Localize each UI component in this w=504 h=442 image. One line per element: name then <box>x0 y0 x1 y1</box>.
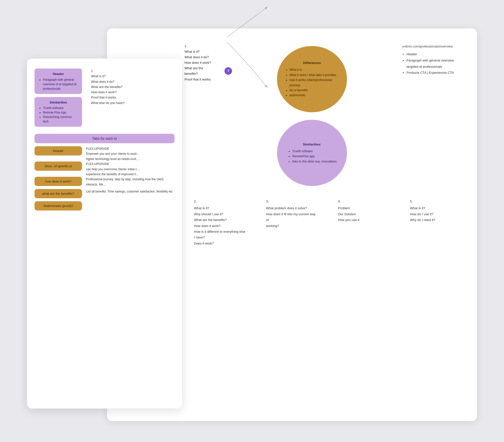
back-right-url: unitron.com/professionals/overview <box>402 44 462 49</box>
middle-line2: What does it do? <box>184 55 209 59</box>
back-center-circles: Differences What it is What it does / wh… <box>232 41 392 186</box>
middle-text: 1. What is it? What does it do? How does… <box>184 44 232 82</box>
bottom-col-3: 3. What problem does it solve? How does … <box>266 198 318 246</box>
bottom-4-text: Problem Our Solution How you use it <box>338 205 390 223</box>
front-pb2-li1: Truefit software <box>43 106 78 110</box>
middle-line3: How does it work? <box>184 61 211 64</box>
gold-content-benefits: List all benefits: Time savings, custome… <box>82 189 174 194</box>
front-purple-box-2: Similarities Truefit software Remote Plu… <box>34 97 82 127</box>
bottom-2-num: 2. <box>194 198 246 204</box>
front-pb1-li1: Paragraph with general overview of ei ta… <box>43 78 78 91</box>
gold-content-desc: FLEX:UPGRADE can help you overcome clien… <box>82 162 174 177</box>
gold-row-5: Testimonials (proof)? <box>34 201 174 214</box>
back-right-item2: Paragraph with general overview targeted… <box>406 58 462 70</box>
circle-gold-item3: how it works (client/professional journe… <box>290 78 340 88</box>
bottom-5-num: 5. <box>410 198 462 204</box>
gold-box-testimonials[interactable]: Testimonials (proof)? <box>34 201 82 210</box>
gold-content-how: Professional journey, step by step, incl… <box>82 177 174 187</box>
back-right-col: unitron.com/professionals/overview Heade… <box>392 41 462 186</box>
back-right-item3: Products CTA | Experiences CTA <box>406 70 462 76</box>
circle-gold: Differences What it is What it does / wh… <box>277 46 347 112</box>
front-purple-box-2-title: Similarities <box>38 100 78 105</box>
front-purple-boxes: Header Paragraph with general overview o… <box>34 68 82 130</box>
back-right-list: Header Paragraph with general overview t… <box>402 51 462 76</box>
front-right-l2: What does it do? <box>91 80 114 84</box>
bottom-col-2: 2. What is it? Why should I use it? What… <box>194 198 246 246</box>
gold-row-3: how does it work? Professional journey, … <box>34 177 174 189</box>
front-right-l3: What are the benefits? <box>91 85 122 89</box>
bottom-col-5: 5. What is it? How do I use it? Why do I… <box>410 198 462 246</box>
front-top-section: Header Paragraph with general overview o… <box>34 68 174 130</box>
front-pb2-li2: Remote Plus App <box>43 110 78 115</box>
page-wrapper: 1. What is it? What does it do? How does… <box>27 21 477 421</box>
circle-purple: Similarities: Truefit software RemotePlu… <box>277 120 347 186</box>
circle-gold-item2: What it does / what data it provides <box>290 72 340 78</box>
front-right-l5: Proof that it works. <box>91 96 117 99</box>
front-right-numbered: 1. What is it? What does it do? What are… <box>86 68 174 130</box>
gold-row-1: Header FLEX:UPGRADE Empower you and your… <box>34 146 174 162</box>
circle-purple-item1: Truefit software <box>292 149 337 154</box>
bottom-3-num: 3. <box>266 198 318 204</box>
middle-line1: What is it? <box>184 50 200 54</box>
back-middle-col: 1. What is it? What does it do? How does… <box>177 41 232 186</box>
circle-gold-item4: list of benefits <box>290 88 340 93</box>
gold-box-desc[interactable]: Desc. of specific ei <box>34 162 82 171</box>
circle-gold-title: Differences <box>303 60 321 66</box>
bottom-3-text: What problem does it solve? How does it … <box>266 205 318 229</box>
middle-num: 1. <box>184 44 187 48</box>
card-front: Header Paragraph with general overview o… <box>27 58 182 408</box>
gold-row-2: Desc. of specific ei FLEX:UPGRADE can he… <box>34 162 174 177</box>
back-right-item1: Header <box>406 51 462 58</box>
middle-line4: What are the <box>184 66 203 70</box>
gold-box-how[interactable]: how does it work? <box>34 177 82 186</box>
bottom-5-text: What is it? How do I use it? Why do I ne… <box>410 205 462 223</box>
circle-gold-item5: testimonials <box>290 93 340 98</box>
circle-gold-item1: What it is <box>290 67 340 72</box>
front-right-num: 1. <box>91 69 94 73</box>
front-right-l6: What else do you have? <box>91 101 124 105</box>
bottom-2-text: What is it? Why should I use it? What ar… <box>194 205 246 246</box>
middle-line6: Proof that it works. <box>184 78 212 81</box>
gold-box-header[interactable]: Header <box>34 146 82 156</box>
gold-row-4: what are the benefits? List all benefits… <box>34 189 174 201</box>
front-purple-box-1-title: Header <box>38 72 78 76</box>
gold-box-benefits[interactable]: what are the benefits? <box>34 189 82 198</box>
circle-purple-title: Similarities: <box>303 142 321 147</box>
circle-purple-item3: links to the other exp. innovations <box>292 159 337 164</box>
tabs-box[interactable]: Tabs for each ei <box>34 134 174 143</box>
front-right-l4: How does it work? <box>91 90 116 94</box>
circle-purple-item2: RemotePlus app <box>292 154 337 159</box>
bottom-4-num: 4. <box>338 198 390 204</box>
middle-line5: benefits? <box>184 72 198 76</box>
front-purple-box-1: Header Paragraph with general overview o… <box>34 68 82 94</box>
gold-content-header: FLEX:UPGRADE Empower you and your client… <box>82 146 174 162</box>
front-right-l1: What is it? <box>91 74 106 78</box>
bottom-col-4: 4. Problem Our Solution How you use it <box>338 198 390 246</box>
front-pb2-li3: Overarching common tech <box>43 115 78 124</box>
